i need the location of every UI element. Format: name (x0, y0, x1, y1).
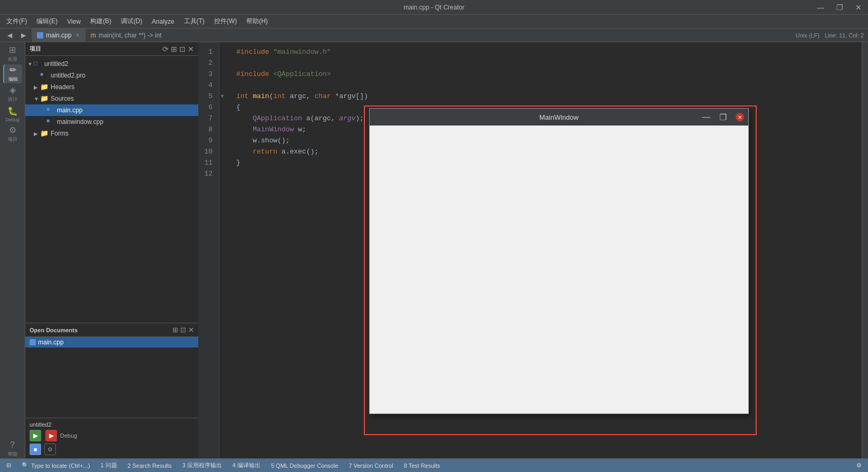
left-panel: 项目 ⟳ ⊞ ⊡ ✕ ▼ □ untitled2 (25, 42, 198, 458)
activity-help[interactable]: ? 帮助 (3, 439, 22, 458)
code-argv: argv (339, 92, 355, 100)
activity-edit[interactable]: ✏ 编辑 (3, 64, 22, 83)
maximize-button[interactable]: ❐ (830, 0, 849, 15)
encoding-label: Unix (LF) (796, 32, 819, 38)
tab-bar-right: Unix (LF) Line: 11, Col: 2 (796, 28, 868, 42)
code-char: char (314, 92, 331, 100)
sidebar-header: 项目 ⟳ ⊞ ⊡ ✕ (25, 42, 198, 56)
session-controls: ▶ ▶ Debug (30, 430, 194, 441)
open-docs-header: Open Documents ⊞ ⊡ ✕ (25, 323, 198, 337)
activity-welcome[interactable]: ⊞ 欢迎 (3, 44, 22, 63)
code-qapplication: QApplication (253, 114, 302, 122)
preview-titlebar: MainWindow — ❐ ✕ (370, 109, 748, 126)
status-search[interactable]: 🔍 Type to locate (Ctrl+...) (20, 461, 92, 470)
app-container: main.cpp - Qt Creator — ❐ ✕ 文件(F) 编辑(E) … (0, 0, 868, 472)
close-button[interactable]: ✕ (849, 0, 868, 15)
status-compile-output[interactable]: 4 编译输出 (230, 460, 263, 470)
preview-maximize[interactable]: ❐ (715, 109, 731, 126)
open-docs-split-icon[interactable]: ⊡ (180, 326, 186, 334)
tab-close-button[interactable]: ✕ (75, 32, 80, 38)
run-button[interactable]: ▶ (30, 430, 41, 441)
debug-label: Debug (5, 117, 20, 122)
tree-item-headers[interactable]: ▶ 📁 Headers (25, 81, 198, 93)
line-num-2: 2 (200, 57, 217, 69)
welcome-label: 欢迎 (8, 56, 17, 63)
menu-tools[interactable]: 工具(T) (180, 15, 209, 27)
status-test-results[interactable]: 8 Test Results (402, 461, 442, 470)
code-main: main (253, 92, 269, 100)
sidebar-filter-icon[interactable]: ⊞ (171, 45, 177, 53)
status-menu-toggle[interactable]: ⊟ (4, 461, 13, 470)
tab-main-cpp[interactable]: main.cpp ✕ (32, 28, 85, 42)
code-argc: argc (290, 92, 306, 100)
gutter-11 (219, 157, 230, 168)
activity-design[interactable]: ◈ 设计 (3, 84, 22, 103)
open-docs-close-icon[interactable]: ✕ (188, 326, 194, 334)
menu-bar: 文件(F) 编辑(E) View 构建(B) 调试(D) Analyze 工具(… (0, 15, 868, 28)
preview-body (370, 126, 748, 413)
tab-file-icon (37, 32, 43, 38)
gutter-7 (219, 113, 230, 124)
menu-edit[interactable]: 编辑(E) (32, 15, 62, 27)
content-area: ⊞ 欢迎 ✏ 编辑 ◈ 设计 🐛 Debug ⚙ 项目 ? 帮助 (0, 42, 868, 458)
gutter-2 (219, 57, 230, 69)
tree-label-forms: Forms (51, 130, 69, 137)
sidebar-close-icon[interactable]: ✕ (188, 45, 194, 53)
tree-item-main-cpp[interactable]: ■ main.cpp (25, 104, 198, 116)
line-num-8: 8 (200, 124, 217, 135)
tab-main-cpp-label: main.cpp (46, 32, 72, 39)
gutter-9 (219, 135, 230, 146)
debug-run-button[interactable]: ▶ (45, 430, 57, 441)
menu-controls[interactable]: 控件(W) (210, 15, 241, 27)
status-qml-debugger[interactable]: 5 QML Debugger Console (269, 461, 340, 470)
code-int: int (236, 92, 248, 100)
tree-item-pro[interactable]: ■ untitled2.pro (25, 70, 198, 81)
tree-item-mainwindow-cpp[interactable]: ■ mainwindow.cpp (25, 116, 198, 128)
arrow-gutter: ▼ (219, 42, 230, 458)
open-doc-label: main.cpp (38, 339, 64, 346)
menu-view[interactable]: View (63, 16, 85, 27)
stop-button[interactable]: ■ (30, 444, 41, 455)
sidebar-split-icon[interactable]: ⊡ (179, 45, 186, 53)
menu-build[interactable]: 构建(B) (86, 15, 115, 27)
pro-file-icon: ■ (40, 71, 49, 80)
design-icon: ◈ (9, 85, 16, 95)
session-panel: untitled2 ▶ ▶ Debug ■ ⚙ (25, 418, 198, 458)
preview-minimize[interactable]: — (698, 109, 715, 126)
menu-analyze[interactable]: Analyze (148, 16, 179, 27)
activity-project[interactable]: ⚙ 项目 (3, 124, 22, 143)
status-version-control[interactable]: 7 Version Control (346, 461, 395, 470)
preview-close-btn[interactable]: ✕ (736, 113, 744, 121)
project-label: 项目 (8, 136, 17, 143)
menu-debug[interactable]: 调试(D) (117, 15, 147, 27)
menu-help[interactable]: 帮助(H) (242, 15, 272, 27)
status-app-output[interactable]: 3 应用程序输出 (180, 460, 224, 470)
menu-file[interactable]: 文件(F) (2, 15, 31, 27)
code-argv2: argv (339, 114, 355, 122)
status-problems[interactable]: 1 问题 (99, 460, 119, 470)
window-title: main.cpp - Qt Creator (403, 4, 464, 11)
minimize-button[interactable]: — (811, 0, 830, 15)
preview-window: MainWindow — ❐ ✕ (369, 108, 749, 414)
tree-item-sources[interactable]: ▼ 📁 Sources (25, 93, 198, 104)
headers-folder-icon: 📁 (40, 83, 49, 91)
open-docs-sort-icon[interactable]: ⊞ (172, 326, 178, 334)
nav-prev-button[interactable]: ◀ (3, 30, 16, 41)
line-num-12: 12 (200, 168, 217, 179)
tree-label-sources: Sources (51, 95, 74, 102)
status-settings-icon[interactable]: ⚙ (854, 461, 864, 470)
forms-folder-icon: 📁 (40, 129, 49, 138)
tree-item-forms[interactable]: ▶ 📁 Forms (25, 128, 198, 139)
activity-debug[interactable]: 🐛 Debug (3, 104, 22, 123)
open-doc-main-cpp[interactable]: main.cpp (25, 337, 198, 348)
nav-next-button[interactable]: ▶ (17, 30, 30, 41)
status-search-results[interactable]: 2 Search Results (126, 461, 174, 470)
tree-item-untitled2[interactable]: ▼ □ untitled2 (25, 58, 198, 70)
tree-arrow-sources: ▼ (34, 96, 40, 102)
gutter-6 (219, 102, 230, 113)
vertical-scrollbar[interactable] (862, 42, 868, 458)
extra-btn[interactable]: ⚙ (44, 444, 56, 455)
line-num-3: 3 (200, 69, 217, 80)
preview-close[interactable]: ✕ (731, 109, 748, 126)
sidebar-sync-icon[interactable]: ⟳ (162, 45, 169, 53)
